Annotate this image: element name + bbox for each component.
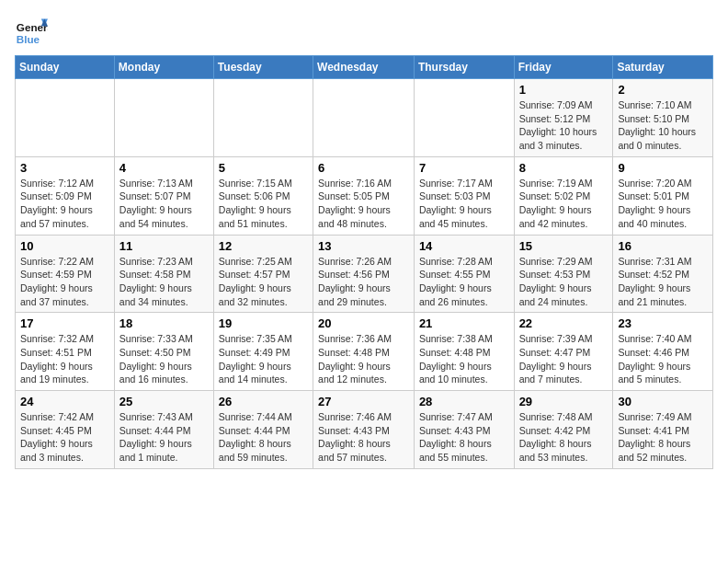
day-number: 2 (618, 83, 708, 97)
calendar-cell: 3Sunrise: 7:12 AM Sunset: 5:09 PM Daylig… (16, 156, 115, 235)
calendar-cell: 16Sunrise: 7:31 AM Sunset: 4:52 PM Dayli… (613, 235, 713, 313)
calendar-cell: 21Sunrise: 7:38 AM Sunset: 4:48 PM Dayli… (414, 313, 514, 391)
day-number: 29 (519, 395, 609, 408)
calendar-cell: 7Sunrise: 7:17 AM Sunset: 5:03 PM Daylig… (414, 156, 514, 235)
header: General Blue (15, 15, 713, 48)
day-number: 15 (519, 239, 609, 253)
calendar-cell: 1Sunrise: 7:09 AM Sunset: 5:12 PM Daylig… (514, 79, 613, 157)
weekday-header-saturday: Saturday (613, 56, 713, 79)
calendar-cell: 6Sunrise: 7:16 AM Sunset: 5:05 PM Daylig… (313, 156, 415, 235)
day-detail: Sunrise: 7:19 AM Sunset: 5:02 PM Dayligh… (519, 177, 609, 231)
day-detail: Sunrise: 7:23 AM Sunset: 4:58 PM Dayligh… (119, 255, 209, 309)
day-number: 23 (618, 316, 708, 330)
day-detail: Sunrise: 7:47 AM Sunset: 4:43 PM Dayligh… (419, 410, 509, 465)
calendar-cell: 12Sunrise: 7:25 AM Sunset: 4:57 PM Dayli… (213, 235, 313, 313)
calendar-cell: 20Sunrise: 7:36 AM Sunset: 4:48 PM Dayli… (313, 313, 415, 391)
day-detail: Sunrise: 7:36 AM Sunset: 4:48 PM Dayligh… (318, 332, 409, 386)
day-detail: Sunrise: 7:10 AM Sunset: 5:10 PM Dayligh… (618, 98, 708, 153)
day-detail: Sunrise: 7:32 AM Sunset: 4:51 PM Dayligh… (20, 332, 109, 386)
calendar-cell: 27Sunrise: 7:46 AM Sunset: 4:43 PM Dayli… (313, 391, 415, 469)
day-number: 6 (318, 161, 409, 175)
calendar-cell: 9Sunrise: 7:20 AM Sunset: 5:01 PM Daylig… (613, 156, 713, 235)
calendar-cell: 11Sunrise: 7:23 AM Sunset: 4:58 PM Dayli… (114, 235, 213, 313)
calendar-cell (313, 79, 415, 157)
day-number: 18 (119, 316, 209, 330)
day-detail: Sunrise: 7:13 AM Sunset: 5:07 PM Dayligh… (119, 177, 209, 231)
day-number: 22 (519, 316, 609, 330)
calendar-cell (414, 79, 514, 157)
day-detail: Sunrise: 7:22 AM Sunset: 4:59 PM Dayligh… (20, 255, 109, 309)
calendar-cell: 22Sunrise: 7:39 AM Sunset: 4:47 PM Dayli… (514, 313, 613, 391)
day-number: 11 (119, 239, 209, 253)
weekday-header-friday: Friday (514, 56, 613, 79)
day-number: 26 (219, 395, 308, 408)
logo-icon: General Blue (15, 15, 48, 48)
day-number: 27 (318, 395, 409, 408)
logo: General Blue (15, 15, 48, 48)
day-detail: Sunrise: 7:35 AM Sunset: 4:49 PM Dayligh… (219, 332, 308, 386)
day-number: 7 (419, 161, 509, 175)
calendar-cell: 5Sunrise: 7:15 AM Sunset: 5:06 PM Daylig… (213, 156, 313, 235)
day-number: 8 (519, 161, 609, 175)
day-number: 19 (219, 316, 308, 330)
day-detail: Sunrise: 7:40 AM Sunset: 4:46 PM Dayligh… (618, 332, 708, 386)
day-number: 14 (419, 239, 509, 253)
day-detail: Sunrise: 7:43 AM Sunset: 4:44 PM Dayligh… (119, 410, 209, 465)
day-detail: Sunrise: 7:28 AM Sunset: 4:55 PM Dayligh… (419, 255, 509, 309)
day-number: 3 (20, 161, 109, 175)
weekday-header-tuesday: Tuesday (213, 56, 313, 79)
calendar-table: SundayMondayTuesdayWednesdayThursdayFrid… (15, 55, 713, 469)
day-number: 20 (318, 316, 409, 330)
day-detail: Sunrise: 7:09 AM Sunset: 5:12 PM Dayligh… (519, 98, 609, 153)
calendar-cell: 18Sunrise: 7:33 AM Sunset: 4:50 PM Dayli… (114, 313, 213, 391)
calendar-cell (213, 79, 313, 157)
calendar-cell: 17Sunrise: 7:32 AM Sunset: 4:51 PM Dayli… (16, 313, 115, 391)
day-detail: Sunrise: 7:12 AM Sunset: 5:09 PM Dayligh… (20, 177, 109, 231)
day-number: 25 (119, 395, 209, 408)
calendar-cell: 13Sunrise: 7:26 AM Sunset: 4:56 PM Dayli… (313, 235, 415, 313)
day-detail: Sunrise: 7:48 AM Sunset: 4:42 PM Dayligh… (519, 410, 609, 465)
day-detail: Sunrise: 7:38 AM Sunset: 4:48 PM Dayligh… (419, 332, 509, 386)
calendar-cell (16, 79, 115, 157)
day-detail: Sunrise: 7:44 AM Sunset: 4:44 PM Dayligh… (219, 410, 308, 465)
weekday-header-thursday: Thursday (414, 56, 514, 79)
day-detail: Sunrise: 7:49 AM Sunset: 4:41 PM Dayligh… (618, 410, 708, 465)
day-number: 4 (119, 161, 209, 175)
calendar-cell: 28Sunrise: 7:47 AM Sunset: 4:43 PM Dayli… (414, 391, 514, 469)
day-number: 30 (618, 395, 708, 408)
day-detail: Sunrise: 7:46 AM Sunset: 4:43 PM Dayligh… (318, 410, 409, 465)
day-number: 5 (219, 161, 308, 175)
day-detail: Sunrise: 7:17 AM Sunset: 5:03 PM Dayligh… (419, 177, 509, 231)
calendar-cell: 23Sunrise: 7:40 AM Sunset: 4:46 PM Dayli… (613, 313, 713, 391)
day-number: 10 (20, 239, 109, 253)
calendar-cell: 26Sunrise: 7:44 AM Sunset: 4:44 PM Dayli… (213, 391, 313, 469)
calendar-cell: 8Sunrise: 7:19 AM Sunset: 5:02 PM Daylig… (514, 156, 613, 235)
weekday-header-wednesday: Wednesday (313, 56, 415, 79)
calendar-cell: 24Sunrise: 7:42 AM Sunset: 4:45 PM Dayli… (16, 391, 115, 469)
day-detail: Sunrise: 7:39 AM Sunset: 4:47 PM Dayligh… (519, 332, 609, 386)
day-number: 1 (519, 83, 609, 97)
calendar-cell: 30Sunrise: 7:49 AM Sunset: 4:41 PM Dayli… (613, 391, 713, 469)
weekday-header-monday: Monday (114, 56, 213, 79)
svg-text:Blue: Blue (17, 33, 40, 45)
day-detail: Sunrise: 7:26 AM Sunset: 4:56 PM Dayligh… (318, 255, 409, 309)
day-detail: Sunrise: 7:42 AM Sunset: 4:45 PM Dayligh… (20, 410, 109, 465)
weekday-header-sunday: Sunday (16, 56, 115, 79)
day-number: 9 (618, 161, 708, 175)
day-detail: Sunrise: 7:16 AM Sunset: 5:05 PM Dayligh… (318, 177, 409, 231)
day-detail: Sunrise: 7:20 AM Sunset: 5:01 PM Dayligh… (618, 177, 708, 231)
day-detail: Sunrise: 7:25 AM Sunset: 4:57 PM Dayligh… (219, 255, 308, 309)
calendar-cell (114, 79, 213, 157)
day-number: 21 (419, 316, 509, 330)
day-number: 24 (20, 395, 109, 408)
day-detail: Sunrise: 7:29 AM Sunset: 4:53 PM Dayligh… (519, 255, 609, 309)
day-detail: Sunrise: 7:33 AM Sunset: 4:50 PM Dayligh… (119, 332, 209, 386)
calendar-cell: 10Sunrise: 7:22 AM Sunset: 4:59 PM Dayli… (16, 235, 115, 313)
calendar-cell: 4Sunrise: 7:13 AM Sunset: 5:07 PM Daylig… (114, 156, 213, 235)
calendar-cell: 15Sunrise: 7:29 AM Sunset: 4:53 PM Dayli… (514, 235, 613, 313)
calendar-cell: 19Sunrise: 7:35 AM Sunset: 4:49 PM Dayli… (213, 313, 313, 391)
calendar-cell: 2Sunrise: 7:10 AM Sunset: 5:10 PM Daylig… (613, 79, 713, 157)
calendar-cell: 29Sunrise: 7:48 AM Sunset: 4:42 PM Dayli… (514, 391, 613, 469)
day-number: 12 (219, 239, 308, 253)
day-number: 16 (618, 239, 708, 253)
